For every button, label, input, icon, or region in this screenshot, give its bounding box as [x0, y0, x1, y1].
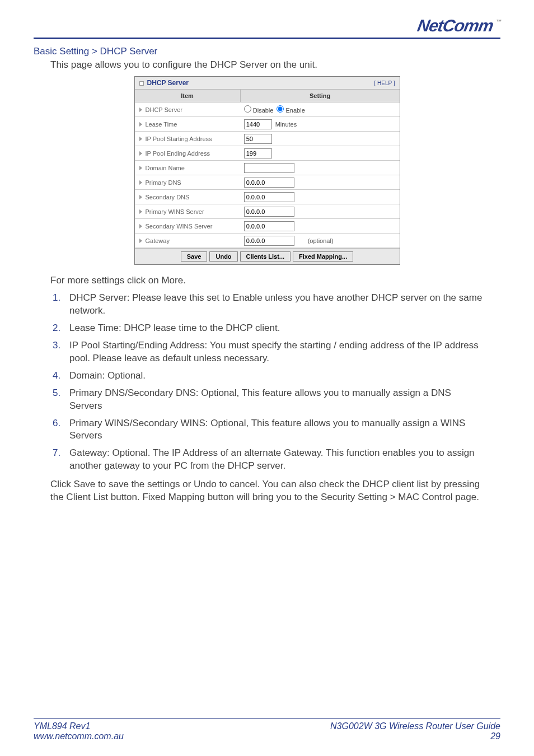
input-pool-start[interactable]	[244, 134, 272, 144]
row-dhcp-server: DHCP Server Disable Enable	[135, 102, 400, 117]
brand-logo: NetComm ™	[416, 16, 502, 35]
row-primary-wins: Primary WINS Server	[135, 204, 400, 219]
row-secondary-dns: Secondary DNS	[135, 190, 400, 204]
input-primary-dns[interactable]	[244, 178, 294, 188]
panel-icon	[139, 81, 144, 86]
label-domain: Domain Name	[146, 165, 185, 171]
row-lease-time: Lease Time Minutes	[135, 117, 400, 132]
table-header: Item Setting	[135, 90, 400, 102]
brand-name: NetComm	[416, 16, 495, 35]
label-primary-dns: Primary DNS	[146, 179, 181, 186]
footer-site: www.netcomm.com.au	[34, 731, 124, 741]
input-gateway[interactable]	[244, 236, 294, 246]
chevron-right-icon	[139, 209, 142, 214]
list-item: 5.Primary DNS/Secondary DNS: Optional, T…	[50, 387, 484, 413]
chevron-right-icon	[139, 180, 142, 185]
input-secondary-dns[interactable]	[244, 192, 294, 202]
clients-list-button[interactable]: Clients List...	[240, 251, 291, 262]
more-settings-text: For more settings click on More.	[50, 275, 484, 286]
radio-enable-label[interactable]: Enable	[277, 105, 305, 114]
panel-titlebar: DHCP Server [ HELP ]	[135, 77, 400, 90]
chevron-right-icon	[139, 224, 142, 228]
save-button[interactable]: Save	[181, 251, 208, 262]
chevron-right-icon	[139, 108, 142, 112]
row-domain: Domain Name	[135, 161, 400, 175]
list-item: 2.Lease Time: DHCP lease time to the DHC…	[50, 322, 484, 335]
list-item: 6.Primary WINS/Secondary WINS: Optional,…	[50, 417, 484, 443]
dhcp-panel: DHCP Server [ HELP ] Item Setting DHCP S…	[134, 76, 400, 265]
footer-rev: YML894 Rev1	[34, 721, 124, 731]
radio-enable[interactable]	[277, 105, 284, 113]
label-pool-end: IP Pool Ending Address	[146, 150, 210, 157]
label-primary-wins: Primary WINS Server	[146, 208, 204, 215]
description-list: 1.DHCP Server: Please leave this set to …	[50, 292, 484, 473]
help-link[interactable]: [ HELP ]	[374, 80, 395, 86]
panel-title: DHCP Server	[139, 79, 189, 87]
undo-button[interactable]: Undo	[209, 251, 237, 262]
unit-minutes: Minutes	[275, 121, 297, 128]
intro-text: This page allows you to configure the DH…	[50, 59, 500, 71]
radio-disable[interactable]	[244, 105, 251, 113]
label-pool-start: IP Pool Starting Address	[146, 136, 212, 142]
chevron-right-icon	[139, 195, 142, 199]
header-setting: Setting	[241, 90, 400, 102]
row-primary-dns: Primary DNS	[135, 175, 400, 190]
footer-guide: N3G002W 3G Wireless Router User Guide	[330, 721, 500, 731]
input-secondary-wins[interactable]	[244, 221, 294, 231]
input-lease-time[interactable]	[244, 119, 272, 129]
breadcrumb: Basic Setting > DHCP Server	[34, 46, 500, 57]
row-gateway: Gateway (optional)	[135, 234, 400, 248]
input-domain[interactable]	[244, 163, 294, 173]
list-item: 7.Gateway: Optional. The IP Address of a…	[50, 447, 484, 473]
page-header: NetComm ™	[34, 11, 500, 39]
label-secondary-wins: Secondary WINS Server	[146, 223, 213, 230]
list-item: 3.IP Pool Starting/Ending Address: You m…	[50, 339, 484, 365]
label-secondary-dns: Secondary DNS	[146, 194, 190, 200]
row-secondary-wins: Secondary WINS Server	[135, 219, 400, 234]
header-item: Item	[135, 90, 241, 102]
closing-text: Click Save to save the settings or Undo …	[50, 478, 484, 504]
page-footer: YML894 Rev1 www.netcomm.com.au N3G002W 3…	[34, 718, 500, 741]
list-item: 4.Domain: Optional.	[50, 370, 484, 382]
input-pool-end[interactable]	[244, 148, 272, 158]
chevron-right-icon	[139, 122, 142, 127]
radio-disable-label[interactable]: Disable	[244, 105, 274, 114]
chevron-right-icon	[139, 166, 142, 170]
fixed-mapping-button[interactable]: Fixed Mapping...	[293, 251, 353, 262]
button-row: Save Undo Clients List... Fixed Mapping.…	[135, 248, 400, 264]
row-pool-end: IP Pool Ending Address	[135, 146, 400, 161]
footer-page: 29	[330, 731, 500, 741]
label-gateway: Gateway	[146, 237, 170, 244]
chevron-right-icon	[139, 137, 142, 141]
chevron-right-icon	[139, 239, 142, 243]
label-dhcp-server: DHCP Server	[146, 106, 182, 113]
list-item: 1.DHCP Server: Please leave this set to …	[50, 292, 484, 318]
chevron-right-icon	[139, 151, 142, 156]
row-pool-start: IP Pool Starting Address	[135, 132, 400, 146]
brand-tm: ™	[495, 18, 502, 25]
input-primary-wins[interactable]	[244, 207, 294, 217]
label-lease-time: Lease Time	[146, 121, 177, 128]
gateway-note: (optional)	[308, 237, 334, 244]
